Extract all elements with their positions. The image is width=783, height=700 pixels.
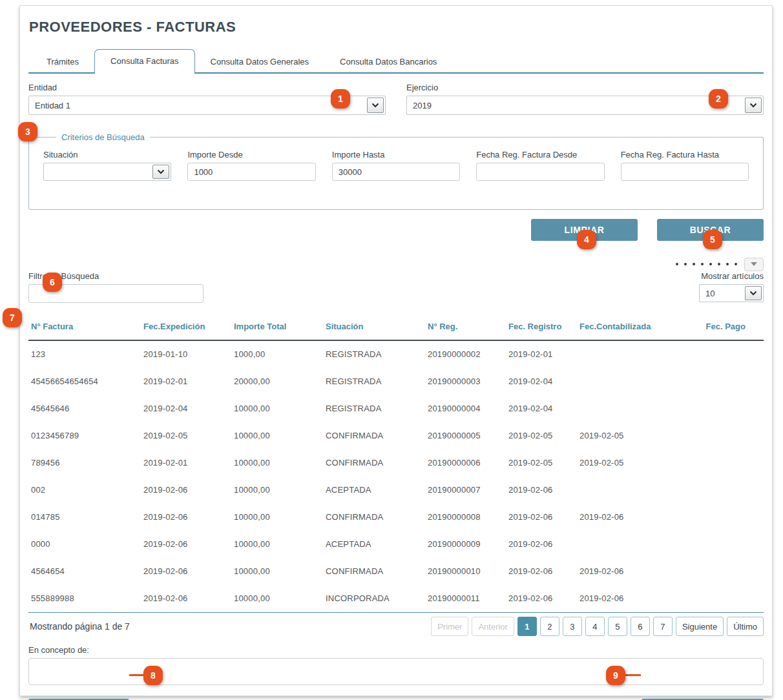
page-button-3[interactable]: 3 bbox=[563, 617, 582, 636]
tab-consulta-datos-generales[interactable]: Consulta Datos Generales bbox=[195, 50, 324, 72]
table-cell bbox=[669, 368, 764, 395]
table-cell: 2019-02-06 bbox=[506, 531, 577, 558]
chevron-down-icon bbox=[745, 98, 762, 113]
table-row[interactable]: 01234567892019-02-0510000,00CONFIRMADA20… bbox=[28, 422, 764, 449]
situacion-label: Situación bbox=[43, 150, 171, 160]
table-cell: 20190000011 bbox=[425, 585, 506, 612]
table-cell: 10000,00 bbox=[231, 395, 323, 422]
annotation-badge-6: 6 bbox=[43, 273, 62, 292]
situacion-select[interactable] bbox=[43, 163, 171, 181]
column-header-fec-contabilizada: Fec.Contabilizada bbox=[577, 314, 669, 340]
table-cell bbox=[669, 585, 764, 612]
annotation-badge-8: 8 bbox=[143, 666, 163, 685]
table-cell: 2019-02-05 bbox=[577, 449, 669, 477]
mostrar-articulos-value: 10 bbox=[705, 289, 745, 298]
table-cell: REGISTRADA bbox=[323, 395, 425, 422]
table-row[interactable]: 456456462019-02-0410000,00REGISTRADA2019… bbox=[28, 395, 764, 422]
table-cell: 10000,00 bbox=[231, 449, 323, 477]
entidad-selected-value: Entidad 1 bbox=[35, 101, 367, 110]
table-cell bbox=[669, 395, 764, 422]
table-cell bbox=[669, 504, 764, 531]
triangle-down-icon bbox=[751, 262, 757, 266]
table-cell: 45645646 bbox=[28, 395, 141, 422]
mostrar-articulos-select[interactable]: 10 bbox=[699, 284, 764, 302]
pagination-buttons: PrimerAnterior1234567SiguienteÚltimo bbox=[431, 617, 764, 636]
proveedores-facturas-panel: PROVEEDORES - FACTURAS Trámites Consulta… bbox=[19, 5, 773, 696]
page-button-2[interactable]: 2 bbox=[540, 617, 559, 636]
table-cell: 1000,00 bbox=[231, 340, 323, 368]
fecha-reg-hasta-input[interactable] bbox=[621, 163, 749, 181]
table-cell: CONFIRMADA bbox=[323, 449, 425, 477]
table-cell: 2019-02-06 bbox=[577, 504, 669, 531]
table-cell: INCORPORADA bbox=[323, 585, 425, 612]
table-cell: 2019-02-04 bbox=[506, 368, 577, 395]
table-cell: 2019-02-06 bbox=[506, 558, 577, 585]
options-dropdown-button[interactable] bbox=[744, 258, 764, 271]
annotation-badge-4: 4 bbox=[577, 230, 596, 249]
tab-tramites[interactable]: Trámites bbox=[31, 50, 94, 72]
table-cell bbox=[669, 340, 764, 368]
table-cell: 789456 bbox=[28, 449, 141, 477]
table-cell: 2019-02-04 bbox=[506, 395, 577, 422]
page-button-4[interactable]: 4 bbox=[585, 617, 605, 636]
en-concepto-de-textarea[interactable] bbox=[28, 658, 764, 685]
table-row[interactable]: 45646542019-02-0610000,00CONFIRMADA20190… bbox=[28, 558, 764, 585]
table-cell: 20190000006 bbox=[425, 449, 506, 477]
table-row[interactable]: 5558899882019-02-0610000,00INCORPORADA20… bbox=[28, 585, 764, 612]
page-button-5[interactable]: 5 bbox=[608, 617, 627, 636]
chevron-down-icon bbox=[367, 98, 384, 113]
table-cell: 2019-02-06 bbox=[577, 558, 669, 585]
table-cell: 2019-02-06 bbox=[577, 585, 669, 612]
table-row[interactable]: 0022019-02-0610000,00ACEPTADA20190000007… bbox=[28, 477, 764, 504]
table-row[interactable]: 1232019-01-101000,00REGISTRADA2019000000… bbox=[28, 340, 764, 368]
fecha-reg-desde-input[interactable] bbox=[476, 163, 604, 181]
column-header-fec-pago: Fec. Pago bbox=[669, 314, 764, 340]
table-row[interactable]: 454566546546542019-02-0120000,00REGISTRA… bbox=[28, 368, 764, 395]
dotted-indicator bbox=[676, 263, 737, 265]
table-row[interactable]: 0147852019-02-0610000,00CONFIRMADA201900… bbox=[28, 504, 764, 531]
table-cell bbox=[669, 422, 764, 449]
mostrar-articulos-label: Mostrar artículos bbox=[644, 271, 764, 281]
table-cell: 014785 bbox=[28, 504, 141, 531]
table-cell bbox=[669, 449, 764, 477]
table-cell bbox=[577, 395, 669, 422]
page-button-6[interactable]: 6 bbox=[631, 617, 650, 636]
table-cell: CONFIRMADA bbox=[323, 558, 425, 585]
table-cell: 2019-02-05 bbox=[506, 422, 577, 449]
table-cell bbox=[577, 477, 669, 504]
table-cell: 10000,00 bbox=[231, 585, 323, 612]
table-cell bbox=[669, 477, 764, 504]
facturas-table: N° FacturaFec.ExpediciónImporte TotalSit… bbox=[28, 314, 764, 612]
annotation-badge-3: 3 bbox=[18, 122, 37, 141]
table-cell: ACEPTADA bbox=[323, 477, 425, 504]
page-button-anterior: Anterior bbox=[472, 617, 514, 636]
table-cell: 2019-02-05 bbox=[506, 449, 577, 477]
table-cell: 10000,00 bbox=[231, 477, 323, 504]
table-cell: 20190000005 bbox=[425, 422, 506, 449]
page-button-siguiente[interactable]: Siguiente bbox=[676, 617, 724, 636]
column-header-situaci-n: Situación bbox=[323, 314, 425, 340]
annotation-connector-8 bbox=[129, 674, 145, 676]
table-cell: 2019-02-06 bbox=[141, 558, 231, 585]
table-cell: 10000,00 bbox=[231, 531, 323, 558]
importe-hasta-input[interactable] bbox=[332, 163, 460, 181]
ejercicio-selected-value: 2019 bbox=[413, 101, 745, 110]
page-button-7[interactable]: 7 bbox=[653, 617, 673, 636]
column-header-fec-expedici-n: Fec.Expedición bbox=[141, 314, 231, 340]
table-cell: REGISTRADA bbox=[323, 340, 425, 368]
fecha-reg-desde-label: Fecha Reg. Factura Desde bbox=[476, 150, 604, 160]
table-cell: 10000,00 bbox=[231, 422, 323, 449]
column-header-n-factura: N° Factura bbox=[28, 314, 141, 340]
table-cell: 2019-02-06 bbox=[506, 477, 577, 504]
page-button-1[interactable]: 1 bbox=[517, 617, 537, 636]
table-cell bbox=[577, 368, 669, 395]
page-button-ltimo[interactable]: Último bbox=[727, 617, 764, 636]
table-cell: 2019-02-06 bbox=[141, 504, 231, 531]
table-row[interactable]: 00002019-02-0610000,00ACEPTADA2019000000… bbox=[28, 531, 764, 558]
tab-consulta-facturas[interactable]: Consulta Facturas bbox=[94, 49, 195, 74]
tab-consulta-datos-bancarios[interactable]: Consulta Datos Bancarios bbox=[324, 50, 452, 72]
importe-desde-input[interactable] bbox=[187, 163, 315, 181]
annotation-connector-9 bbox=[624, 674, 641, 676]
table-cell: 2019-02-06 bbox=[141, 585, 231, 612]
table-row[interactable]: 7894562019-02-0110000,00CONFIRMADA201900… bbox=[28, 449, 764, 477]
